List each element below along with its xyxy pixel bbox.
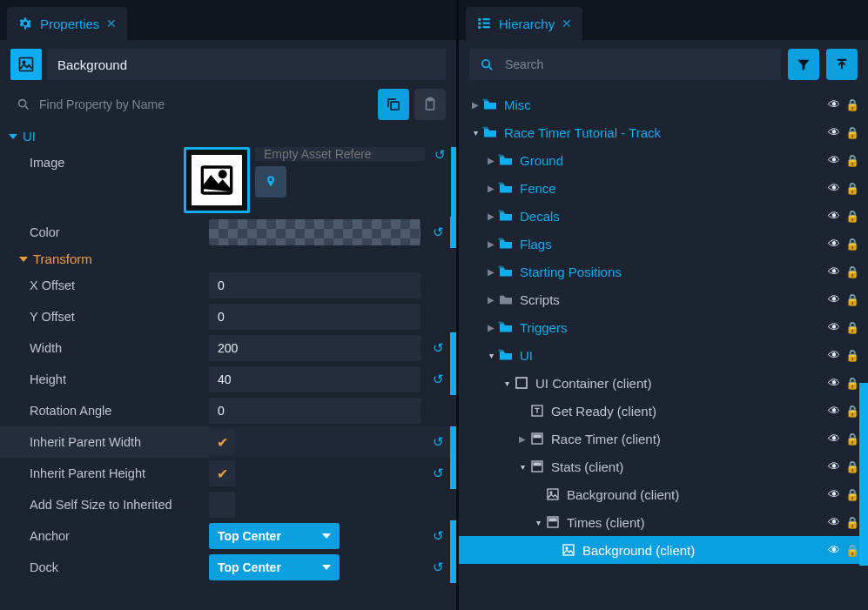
expand-toggle[interactable]: ▶ bbox=[516, 434, 528, 444]
object-type-icon[interactable] bbox=[10, 49, 42, 80]
inherit-height-checkbox[interactable]: ✔ bbox=[209, 460, 235, 486]
lock-icon[interactable]: 🔒 bbox=[845, 210, 859, 223]
tree-node[interactable]: ▶ Background (client) 👁🔒 bbox=[459, 480, 868, 508]
reset-icon[interactable]: ↺ bbox=[426, 434, 450, 450]
x-offset-input[interactable] bbox=[209, 272, 421, 298]
expand-toggle[interactable]: ▾ bbox=[532, 518, 544, 527]
lock-icon[interactable]: 🔒 bbox=[845, 182, 859, 195]
expand-toggle[interactable]: ▾ bbox=[485, 351, 497, 360]
lock-icon[interactable]: 🔒 bbox=[845, 154, 859, 167]
property-search[interactable] bbox=[10, 90, 373, 119]
expand-toggle[interactable]: ▶ bbox=[485, 156, 497, 165]
lock-icon[interactable]: 🔒 bbox=[845, 488, 859, 501]
filter-button[interactable] bbox=[788, 49, 819, 80]
rotation-input[interactable] bbox=[209, 398, 421, 424]
object-name-input[interactable] bbox=[47, 49, 446, 80]
visibility-icon[interactable]: 👁 bbox=[828, 265, 840, 278]
lock-icon[interactable]: 🔒 bbox=[845, 432, 859, 446]
lock-icon[interactable]: 🔒 bbox=[845, 238, 859, 251]
properties-tab[interactable]: Properties ✕ bbox=[7, 7, 127, 40]
expand-toggle[interactable]: ▶ bbox=[469, 100, 481, 110]
tree-node[interactable]: ▾ UI Container (client) 👁🔒 bbox=[459, 369, 868, 397]
visibility-icon[interactable]: 👁 bbox=[828, 432, 840, 446]
lock-icon[interactable]: 🔒 bbox=[845, 349, 859, 362]
tree-node[interactable]: ▶ Ground 👁🔒 bbox=[459, 146, 868, 174]
expand-toggle[interactable]: ▶ bbox=[485, 267, 497, 277]
tree-node[interactable]: ▶ Decals 👁🔒 bbox=[459, 202, 868, 230]
close-icon[interactable]: ✕ bbox=[562, 17, 572, 30]
anchor-dropdown[interactable]: Top Center bbox=[209, 523, 340, 549]
dock-dropdown[interactable]: Top Center bbox=[209, 554, 340, 580]
tree-node[interactable]: ▶ Starting Positions 👁🔒 bbox=[459, 258, 868, 285]
expand-toggle[interactable]: ▶ bbox=[485, 184, 497, 193]
tree-node[interactable]: ▶ Fence 👁🔒 bbox=[459, 174, 868, 202]
reset-icon[interactable]: ↺ bbox=[426, 560, 450, 575]
visibility-icon[interactable]: 👁 bbox=[828, 320, 840, 334]
add-self-size-checkbox[interactable]: ✔ bbox=[209, 492, 235, 518]
visibility-icon[interactable]: 👁 bbox=[828, 209, 840, 223]
visibility-icon[interactable]: 👁 bbox=[828, 348, 840, 362]
ui-section-header[interactable]: UI bbox=[0, 125, 456, 147]
lock-icon[interactable]: 🔒 bbox=[845, 460, 859, 473]
copy-button[interactable] bbox=[378, 89, 409, 120]
visibility-icon[interactable]: 👁 bbox=[828, 125, 840, 139]
visibility-icon[interactable]: 👁 bbox=[828, 376, 840, 390]
tree-node-selected[interactable]: ▶ Background (client) 👁🔒 bbox=[459, 536, 868, 564]
visibility-icon[interactable]: 👁 bbox=[828, 292, 840, 306]
lock-icon[interactable]: 🔒 bbox=[845, 265, 859, 278]
reset-icon[interactable]: ↺ bbox=[430, 147, 451, 163]
reset-icon[interactable]: ↺ bbox=[426, 225, 450, 240]
y-offset-input[interactable] bbox=[209, 304, 421, 330]
visibility-icon[interactable]: 👁 bbox=[828, 181, 840, 195]
visibility-icon[interactable]: 👁 bbox=[828, 515, 840, 529]
reset-icon[interactable]: ↺ bbox=[426, 528, 450, 544]
visibility-icon[interactable]: 👁 bbox=[828, 459, 840, 473]
visibility-icon[interactable]: 👁 bbox=[828, 237, 840, 251]
lock-icon[interactable]: 🔒 bbox=[845, 98, 859, 111]
hierarchy-search-input[interactable] bbox=[503, 57, 770, 72]
lock-icon[interactable]: 🔒 bbox=[845, 516, 859, 529]
tree-node[interactable]: ▶ Flags 👁🔒 bbox=[459, 230, 868, 258]
tree-node[interactable]: ▶ Triggers 👁🔒 bbox=[459, 313, 868, 341]
tree-node[interactable]: ▶ Scripts 👁🔒 bbox=[459, 285, 868, 313]
tree-node[interactable]: ▶ Get Ready (client) 👁🔒 bbox=[459, 397, 868, 425]
locate-asset-button[interactable] bbox=[255, 166, 286, 198]
reset-icon[interactable]: ↺ bbox=[426, 372, 450, 387]
property-search-input[interactable] bbox=[37, 97, 367, 112]
hierarchy-tab[interactable]: Hierarchy ✕ bbox=[466, 7, 582, 40]
tree-node[interactable]: ▶ Race Timer (client) 👁🔒 bbox=[459, 425, 868, 452]
hierarchy-search[interactable] bbox=[469, 49, 781, 80]
width-input[interactable] bbox=[209, 335, 421, 361]
collapse-button[interactable] bbox=[826, 49, 858, 80]
tree-node[interactable]: ▾ Times (client) 👁🔒 bbox=[459, 508, 868, 536]
color-swatch[interactable] bbox=[209, 219, 421, 245]
reset-icon[interactable]: ↺ bbox=[426, 466, 450, 481]
visibility-icon[interactable]: 👁 bbox=[828, 404, 840, 418]
lock-icon[interactable]: 🔒 bbox=[845, 377, 859, 390]
lock-icon[interactable]: 🔒 bbox=[845, 321, 859, 334]
image-thumbnail[interactable] bbox=[184, 147, 250, 213]
asset-reference-input[interactable] bbox=[255, 147, 425, 161]
visibility-icon[interactable]: 👁 bbox=[828, 153, 840, 167]
visibility-icon[interactable]: 👁 bbox=[828, 543, 840, 557]
height-input[interactable] bbox=[209, 366, 421, 392]
close-icon[interactable]: ✕ bbox=[106, 17, 117, 30]
lock-icon[interactable]: 🔒 bbox=[845, 405, 859, 418]
reset-icon[interactable]: ↺ bbox=[426, 340, 450, 356]
expand-toggle[interactable]: ▾ bbox=[469, 128, 481, 137]
expand-toggle[interactable]: ▶ bbox=[485, 211, 497, 221]
expand-toggle[interactable]: ▶ bbox=[485, 323, 497, 332]
visibility-icon[interactable]: 👁 bbox=[828, 97, 840, 111]
tree-node[interactable]: ▾ Race Timer Tutorial - Track 👁🔒 bbox=[459, 118, 868, 146]
tree-node[interactable]: ▾ UI 👁🔒 bbox=[459, 341, 868, 369]
scrollbar-thumb[interactable] bbox=[859, 383, 868, 566]
lock-icon[interactable]: 🔒 bbox=[845, 544, 859, 557]
visibility-icon[interactable]: 👁 bbox=[828, 487, 840, 501]
paste-button[interactable] bbox=[414, 89, 446, 120]
expand-toggle[interactable]: ▾ bbox=[501, 379, 513, 388]
tree-node[interactable]: ▶ Misc 👁🔒 bbox=[459, 90, 868, 118]
expand-toggle[interactable]: ▶ bbox=[485, 295, 497, 305]
lock-icon[interactable]: 🔒 bbox=[845, 293, 859, 306]
lock-icon[interactable]: 🔒 bbox=[845, 126, 859, 139]
expand-toggle[interactable]: ▾ bbox=[516, 462, 528, 472]
